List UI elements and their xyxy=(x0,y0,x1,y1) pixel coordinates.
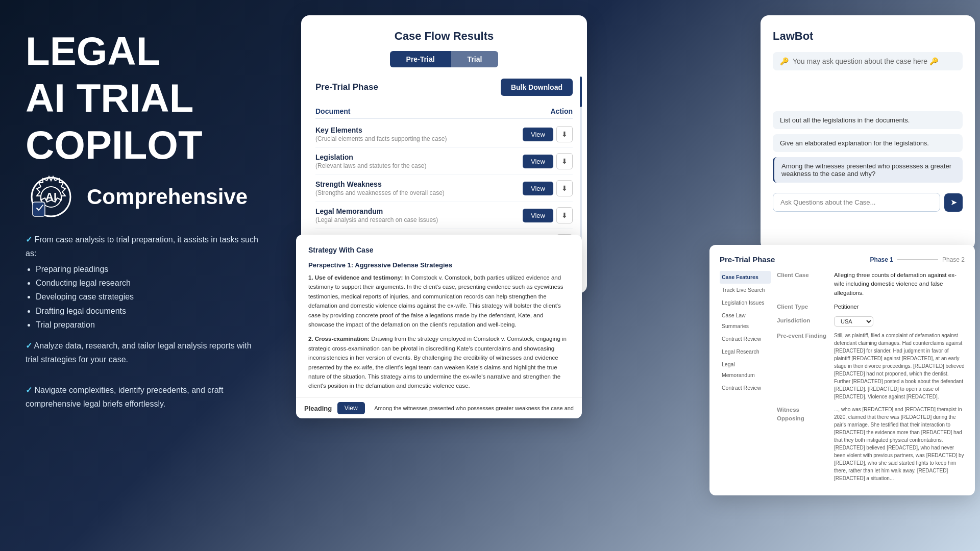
sidebar-nav-legal-research[interactable]: Legal Research xyxy=(720,345,771,358)
lawbot-messages: List out all the legislations in the doc… xyxy=(773,111,963,183)
ai-row: AI Comprehensive xyxy=(26,171,260,222)
tab-pretrial[interactable]: Pre-Trial xyxy=(390,51,451,67)
table-row: Key Elements (Crucial elements and facts… xyxy=(315,121,573,148)
table-header: Document Action xyxy=(315,104,573,119)
bottom-bar-label: Pleading xyxy=(304,405,332,412)
lawbot-title: LawBot xyxy=(773,30,963,43)
sidebar-nav-legislation[interactable]: Legislation Issues xyxy=(720,296,771,309)
sidebar-nav-contract[interactable]: Contract Review xyxy=(720,333,771,345)
view-button-legislation[interactable]: View xyxy=(523,155,553,168)
phase1-label: Phase 1 xyxy=(870,256,893,263)
pretrial-field-jurisdiction: Jurisdiction USA UK Canada xyxy=(777,316,965,327)
bottom-question-text: Among the witnesses presented who posses… xyxy=(374,405,574,411)
col-document-header: Document xyxy=(315,107,350,115)
pretrial-card: Pre-Trial Phase Phase 1 Phase 2 Case Fea… xyxy=(709,245,975,495)
tab-row: Pre-Trial Trial xyxy=(315,51,573,67)
col-action-header: Action xyxy=(550,107,573,115)
phase-step-connector xyxy=(897,259,938,260)
strategy-paragraph-2: 2. Cross-examination: Drawing from the s… xyxy=(308,334,570,390)
sidebar-nav-track-live[interactable]: Track Live Search xyxy=(720,284,771,296)
strategy-modal: Strategy With Case Perspective 1: Aggres… xyxy=(296,235,582,418)
pretrial-field-pre-event: Pre-event Finding Still, as plaintiff, f… xyxy=(777,332,965,400)
pretrial-field-client-case: Client Case Alleging three counts of def… xyxy=(777,271,965,297)
scrollbar-thumb xyxy=(580,77,582,107)
tab-trial[interactable]: Trial xyxy=(451,51,499,67)
lawbot-message-2: Give an elaborated explanation for the l… xyxy=(773,134,963,152)
strategy-modal-title: Strategy With Case xyxy=(308,246,570,254)
pretrial-content: Client Case Alleging three counts of def… xyxy=(777,271,965,487)
strategy-modal-bottom-bar: Pleading View Among the witnesses presen… xyxy=(296,397,582,418)
svg-rect-3 xyxy=(33,202,45,216)
svg-text:AI: AI xyxy=(45,190,57,203)
pretrial-card-title: Pre-Trial Phase xyxy=(720,255,775,264)
download-button-legal-memo[interactable]: ⬇ xyxy=(556,207,573,223)
left-panel: LEGAL AI TRIAL COPILOT AI Comprehensive … xyxy=(0,0,286,551)
download-button-strength-weakness[interactable]: ⬇ xyxy=(556,180,573,196)
feature-list: ✓ From case analysis to trial preparatio… xyxy=(26,233,260,413)
download-button-legislation[interactable]: ⬇ xyxy=(556,153,573,169)
view-button-strength-weakness[interactable]: View xyxy=(523,182,553,195)
pretrial-field-client-type: Client Type Petitioner xyxy=(777,303,965,311)
download-button-key-elements[interactable]: ⬇ xyxy=(556,126,573,142)
pretrial-sidebar: Case Features Track Live Search Legislat… xyxy=(720,271,965,487)
sidebar-nav-legal-memo[interactable]: Legal Memorandum xyxy=(720,358,771,382)
send-icon: ➤ xyxy=(950,197,957,207)
bottom-bar-view-button[interactable]: View xyxy=(337,402,365,414)
table-row: Legal Memorandum (Legal analysis and res… xyxy=(315,202,573,229)
phase-title: Pre-Trial Phase xyxy=(315,82,378,92)
table-row: Strength Weakness (Strengths and weaknes… xyxy=(315,175,573,202)
sidebar-nav-case-features[interactable]: Case Features xyxy=(720,271,771,284)
hero-title: LEGAL AI TRIAL COPILOT xyxy=(26,31,260,171)
table-row: Legislation (Relevant laws and statutes … xyxy=(315,148,573,175)
lawbot-card: LawBot 🔑 You may ask question about the … xyxy=(761,15,975,250)
lawbot-message-3: Among the witnesses presented who posses… xyxy=(773,157,963,183)
lawbot-message-1: List out all the legislations in the doc… xyxy=(773,111,963,129)
bulk-download-button[interactable]: Bulk Download xyxy=(501,79,573,96)
ai-gear-icon: AI xyxy=(26,171,77,222)
sidebar-nav-case-law[interactable]: Case Law Summaries xyxy=(720,309,771,333)
phase2-label: Phase 2 xyxy=(942,256,965,263)
phase-header: Pre-Trial Phase Bulk Download xyxy=(315,79,573,96)
pretrial-phase-steps: Phase 1 Phase 2 xyxy=(870,256,965,263)
lawbot-input[interactable] xyxy=(773,193,940,212)
view-button-key-elements[interactable]: View xyxy=(523,128,553,141)
sidebar-nav: Case Features Track Live Search Legislat… xyxy=(720,271,771,487)
pretrial-field-witness: Witness Opposing ..., who was [REDACTED]… xyxy=(777,406,965,482)
strategy-modal-subtitle: Perspective 1: Aggressive Defense Strate… xyxy=(308,261,570,269)
view-button-legal-memo[interactable]: View xyxy=(523,209,553,222)
case-flow-title: Case Flow Results xyxy=(315,30,573,43)
lawbot-input-row: ➤ xyxy=(773,193,963,212)
key-icon: 🔑 xyxy=(780,57,789,65)
right-area: Case Flow Results Pre-Trial Trial Pre-Tr… xyxy=(286,0,980,551)
jurisdiction-select[interactable]: USA UK Canada xyxy=(834,316,873,327)
lawbot-send-button[interactable]: ➤ xyxy=(944,193,963,212)
sidebar-nav-contract2[interactable]: Contract Review xyxy=(720,382,771,394)
pretrial-card-header: Pre-Trial Phase Phase 1 Phase 2 xyxy=(720,255,965,264)
strategy-paragraph-1: 1. Use of evidence and testimony: In Com… xyxy=(308,273,570,329)
lawbot-search-hint: 🔑 You may ask question about the case he… xyxy=(773,52,963,70)
